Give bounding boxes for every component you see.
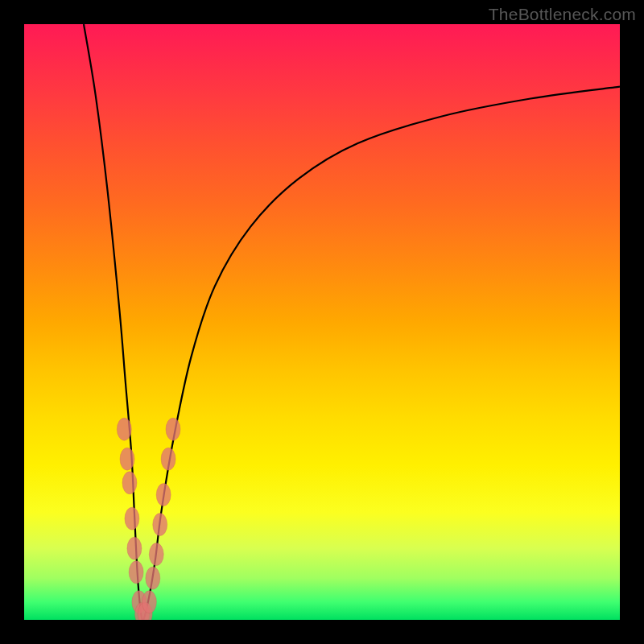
marker-bead bbox=[129, 561, 143, 584]
marker-bead bbox=[117, 418, 131, 440]
marker-bead bbox=[120, 448, 134, 470]
marker-bead bbox=[156, 484, 171, 506]
chart-frame: TheBottleneck.com bbox=[0, 0, 644, 644]
marker-bead bbox=[122, 472, 137, 494]
marker-bead bbox=[146, 567, 160, 589]
watermark-text: TheBottleneck.com bbox=[489, 5, 636, 24]
marker-bead bbox=[127, 537, 142, 559]
marker-bead bbox=[149, 543, 163, 566]
marker-bead bbox=[142, 591, 156, 613]
marker-bead bbox=[125, 507, 139, 530]
marker-bead bbox=[161, 448, 175, 470]
curve-layer bbox=[24, 24, 620, 620]
marker-bead bbox=[166, 418, 180, 440]
marker-bead bbox=[153, 514, 167, 536]
marker-beads bbox=[117, 418, 180, 620]
plot-area bbox=[24, 24, 620, 620]
